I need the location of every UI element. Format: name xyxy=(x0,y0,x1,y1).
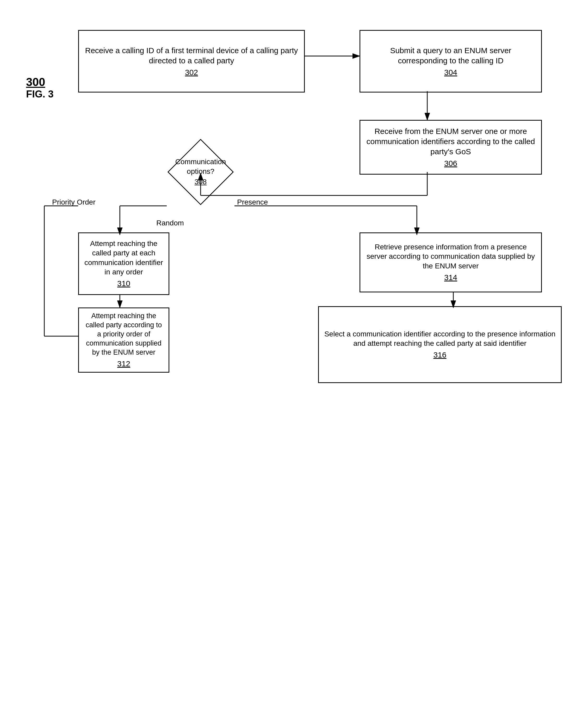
box304-ref: 304 xyxy=(444,67,457,77)
box302-text: Receive a calling ID of a first terminal… xyxy=(84,45,299,66)
box-302: Receive a calling ID of a first terminal… xyxy=(78,30,305,92)
diagram-container: 300 FIG. 3 Receive a calling ID of a fir… xyxy=(0,0,588,714)
box314-text: Retrieve presence information from a pre… xyxy=(365,242,536,271)
box-304: Submit a query to an ENUM server corresp… xyxy=(359,30,542,92)
diamond308-text: Communication options? xyxy=(167,157,234,176)
box-314: Retrieve presence information from a pre… xyxy=(359,232,542,292)
box-310: Attempt reaching the called party at eac… xyxy=(78,232,169,295)
fig3-number: 300 xyxy=(26,76,45,89)
box310-text: Attempt reaching the called party at eac… xyxy=(84,239,163,277)
diamond-308: Communication options? 308 xyxy=(167,138,234,206)
label-priority-order: Priority Order xyxy=(52,198,96,206)
box314-ref: 314 xyxy=(444,272,457,282)
box304-text: Submit a query to an ENUM server corresp… xyxy=(365,45,536,66)
box312-text: Attempt reaching the called party accord… xyxy=(84,311,163,357)
label-random: Random xyxy=(156,219,184,227)
diamond308-ref: 308 xyxy=(167,177,234,187)
box306-ref: 306 xyxy=(444,158,457,168)
box302-ref: 302 xyxy=(185,67,198,77)
box316-ref: 316 xyxy=(433,350,446,360)
box316-text: Select a communication identifier accord… xyxy=(324,329,556,349)
fig3-section: 300 FIG. 3 Receive a calling ID of a fir… xyxy=(10,10,584,391)
box306-text: Receive from the ENUM server one or more… xyxy=(365,126,536,156)
box310-ref: 310 xyxy=(117,278,130,289)
box-316: Select a communication identifier accord… xyxy=(318,306,562,383)
fig3-label: FIG. 3 xyxy=(26,89,54,100)
box-312: Attempt reaching the called party accord… xyxy=(78,308,169,373)
box312-ref: 312 xyxy=(117,359,130,369)
box-306: Receive from the ENUM server one or more… xyxy=(359,120,542,174)
label-presence: Presence xyxy=(237,198,268,206)
